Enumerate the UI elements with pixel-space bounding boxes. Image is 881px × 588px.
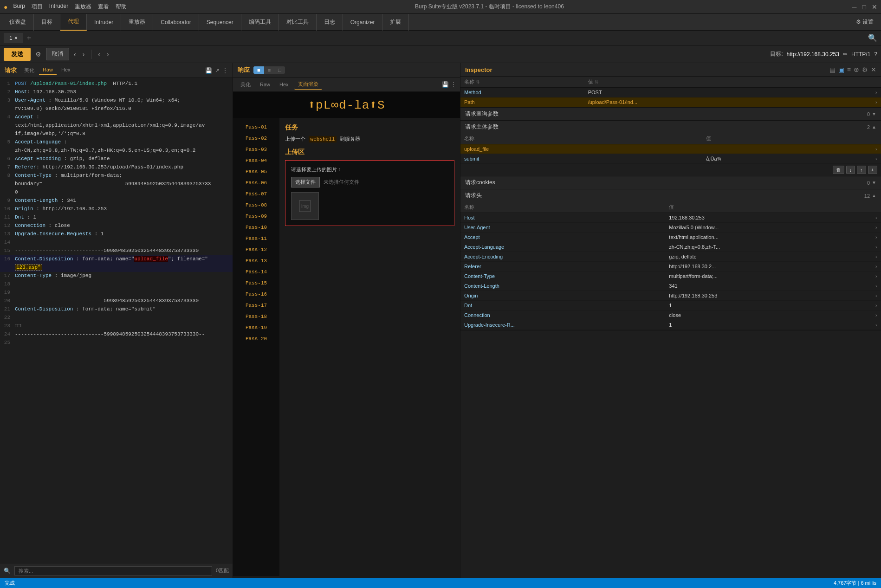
tab-intruder[interactable]: Intruder [87,14,121,31]
tab-collaborator[interactable]: Collaborator [153,14,199,31]
query-params-header[interactable]: 请求查询参数 0 ▼ [460,108,881,120]
tab-logger[interactable]: 日志 [317,14,343,31]
body-params-arrow[interactable]: ▲ [872,124,876,129]
maximize-button[interactable]: □ [862,3,866,11]
tab-extensions[interactable]: 扩展 [382,14,409,31]
header-arrow-8[interactable]: › [875,293,877,298]
close-button[interactable]: ✕ [872,3,877,11]
header-arrow-1[interactable]: › [875,225,877,230]
move-up-body-param[interactable]: ↑ [857,166,866,174]
request-content[interactable]: 1 POST /upload/Pass-01/index.php HTTP/1.… [0,78,233,563]
nav-pass-11[interactable]: Pass-11 [233,233,279,244]
nav-pass-12[interactable]: Pass-12 [233,244,279,255]
tab-target[interactable]: 目标 [34,14,60,31]
tab-proxy[interactable]: 代理 [60,14,87,31]
sub-tab-1[interactable]: 1 × [4,33,23,43]
tab-repeater[interactable]: 重放器 [121,14,153,31]
cookies-arrow[interactable]: ▼ [872,180,876,185]
tab-encoder[interactable]: 编码工具 [241,14,279,31]
menu-help[interactable]: 帮助 [116,3,127,11]
delete-body-param[interactable]: 🗑 [833,166,844,174]
header-arrow-9[interactable]: › [875,303,877,308]
tab-raw[interactable]: Raw [39,66,57,75]
header-arrow-5[interactable]: › [875,264,877,269]
body-params-header[interactable]: 请求主体参数 2 ▲ [460,121,881,133]
edit-target-icon[interactable]: ✏ [843,51,848,58]
header-arrow-3[interactable]: › [875,245,877,250]
save-response-icon[interactable]: 💾 [442,81,449,88]
tab-sequencer[interactable]: Sequencer [199,14,241,31]
nav-prev-icon[interactable]: ‹ [72,50,78,59]
toggle-split[interactable]: ≡ [264,66,274,74]
settings-button[interactable]: ⚙ 设置 [850,18,879,26]
resp-tab-render[interactable]: 页面渲染 [294,79,322,90]
header-arrow-6[interactable]: › [875,274,877,279]
tab-hex[interactable]: Hex [58,66,74,75]
header-arrow-4[interactable]: › [875,254,877,259]
nav-pass-09[interactable]: Pass-09 [233,211,279,222]
nav-back-icon[interactable]: ‹ [96,50,102,59]
tab-dashboard[interactable]: 仪表盘 [2,14,34,31]
sub-tab-add[interactable]: + [23,32,35,44]
inspector-icon-grid[interactable]: ▤ [829,66,836,73]
nav-pass-03[interactable]: Pass-03 [233,144,279,155]
nav-pass-07[interactable]: Pass-07 [233,188,279,200]
search-input[interactable] [14,566,212,575]
headers-section-header[interactable]: 请求头 12 ▲ [460,189,881,202]
menu-project[interactable]: 项目 [32,3,43,11]
resp-tab-beautify[interactable]: 美化 [237,80,254,90]
cancel-button[interactable]: 取消 [46,48,69,60]
nav-pass-13[interactable]: Pass-13 [233,255,279,266]
header-arrow-7[interactable]: › [875,284,877,289]
tab-beautify[interactable]: 美化 [20,66,38,75]
menu-repeater[interactable]: 重放器 [75,3,91,11]
move-down-body-param[interactable]: ↓ [846,166,855,174]
nav-pass-06[interactable]: Pass-06 [233,177,279,188]
nav-pass-19[interactable]: Pass-19 [233,322,279,333]
nav-pass-05[interactable]: Pass-05 [233,166,279,177]
send-to-icon[interactable]: ↗ [215,67,220,74]
nav-pass-01[interactable]: Pass-01 [233,122,279,133]
resp-tab-hex[interactable]: Hex [276,80,292,89]
tab-organizer[interactable]: Organizer [343,14,383,31]
nav-pass-10[interactable]: Pass-10 [233,222,279,233]
web-choose-file-button[interactable]: 选择文件 [291,177,320,187]
menu-intruder[interactable]: Intruder [49,3,68,11]
header-arrow-10[interactable]: › [875,313,877,318]
menu-view[interactable]: 查看 [98,3,109,11]
nav-pass-16[interactable]: Pass-16 [233,289,279,300]
header-arrow-0[interactable]: › [875,215,877,220]
send-button[interactable]: 发送 [4,48,31,61]
resp-tab-raw[interactable]: Raw [256,80,274,89]
inspector-icon-add[interactable]: ⊕ [854,66,859,73]
inspector-icon-close[interactable]: ✕ [871,66,876,73]
search-icon[interactable]: 🔍 [868,33,877,42]
inspector-icon-list[interactable]: ≡ [847,66,851,73]
body-param-arrow-1[interactable]: › [875,156,877,162]
method-arrow[interactable]: › [875,90,877,95]
inspector-icon-settings[interactable]: ⚙ [862,66,868,73]
inspector-icon-active[interactable]: ▣ [838,66,844,73]
tab-comparer[interactable]: 对比工具 [279,14,317,31]
body-param-arrow-0[interactable]: › [875,147,877,152]
target-help-icon[interactable]: ? [874,51,877,58]
nav-next-icon[interactable]: › [81,50,87,59]
minimize-button[interactable]: ─ [852,3,857,11]
add-body-param[interactable]: + [868,166,877,174]
nav-forward-icon[interactable]: › [105,50,111,59]
nav-pass-17[interactable]: Pass-17 [233,300,279,311]
settings-icon[interactable]: ⚙ [33,50,43,59]
header-arrow-11[interactable]: › [875,323,877,328]
nav-pass-08[interactable]: Pass-08 [233,200,279,211]
save-icon[interactable]: 💾 [205,67,212,74]
toggle-visual[interactable]: ■ [253,66,264,74]
nav-pass-04[interactable]: Pass-04 [233,155,279,166]
nav-pass-02[interactable]: Pass-02 [233,133,279,144]
more-response-icon[interactable]: ⋮ [451,81,456,88]
header-arrow-2[interactable]: › [875,235,877,240]
more-icon[interactable]: ⋮ [222,67,228,74]
menu-burp[interactable]: Burp [13,3,25,11]
path-arrow[interactable]: › [875,100,877,105]
cookies-header[interactable]: 请求cookies 0 ▼ [460,176,881,189]
headers-arrow[interactable]: ▲ [872,193,876,198]
